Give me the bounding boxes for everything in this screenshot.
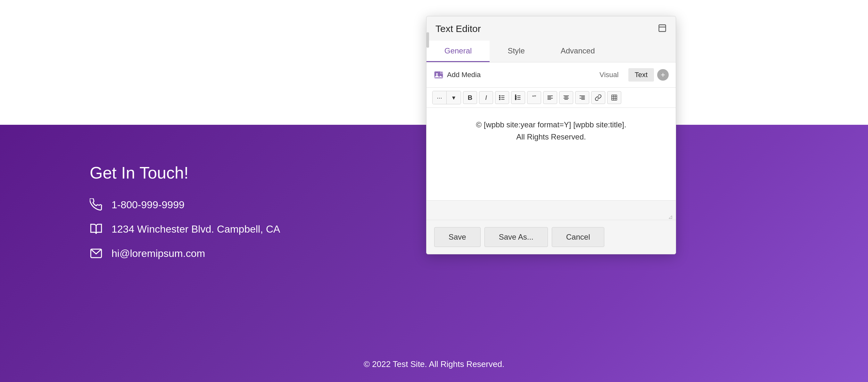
email-text: hi@loremipsum.com [112,248,205,259]
save-button[interactable]: Save [434,227,480,247]
modal-drag-handle[interactable] [427,32,429,48]
visual-view-button[interactable]: Visual [593,68,625,81]
save-as-button[interactable]: Save As... [485,227,548,247]
modal-title: Text Editor [435,23,481,34]
tab-general[interactable]: General [427,41,490,62]
contact-phone-item: 1-800-999-9999 [90,198,280,211]
tab-style[interactable]: Style [490,41,542,62]
svg-point-4 [436,73,438,75]
editor-toolbar: + Add Media Visual Text + [427,62,676,88]
table-button[interactable] [607,91,621,104]
editor-content-line2: All Rights Reserved. [516,133,586,141]
add-media-button[interactable]: + Add Media [434,70,480,80]
format-toolbar: ··· ▾ B I 123 “” [427,88,676,108]
contact-email-item: hi@loremipsum.com [90,247,280,260]
svg-point-12 [499,99,500,100]
tab-advanced[interactable]: Advanced [543,41,613,62]
map-icon [90,223,102,236]
editor-content-line1: © [wpbb site:year format=Y] [wpbb site:t… [476,120,626,129]
cancel-button[interactable]: Cancel [552,227,604,247]
editor-content-area[interactable]: © [wpbb site:year format=Y] [wpbb site:t… [427,108,676,201]
add-media-icon: + [434,70,444,80]
editor-resize-area: ⊿ [427,201,676,220]
align-right-button[interactable] [575,91,589,104]
ordered-list-button[interactable]: 123 [511,91,525,104]
contact-address-item: 1234 Winchester Blvd. Campbell, CA [90,223,280,236]
address-text: 1234 Winchester Blvd. Campbell, CA [112,223,280,235]
editor-tabs: General Style Advanced [427,41,676,62]
svg-text:+: + [441,71,443,74]
text-editor-modal: Text Editor General Style Advanced + Add… [426,16,676,254]
svg-point-11 [499,97,500,98]
text-view-button[interactable]: Text [628,68,654,81]
phone-text: 1-800-999-9999 [112,199,185,211]
add-block-button[interactable]: + [657,69,669,81]
page-footer: © 2022 Test Site. All Rights Reserved. [0,359,868,369]
align-center-button[interactable] [559,91,573,104]
italic-button[interactable]: I [479,91,493,104]
modal-header: Text Editor [427,16,676,41]
resize-handle[interactable]: ⊿ [668,213,673,218]
phone-icon [90,198,102,211]
svg-rect-31 [612,95,617,100]
minimize-icon[interactable] [658,24,667,34]
svg-point-10 [499,95,500,96]
add-media-label: Add Media [447,71,480,79]
more-options-group: ··· ▾ [432,91,461,104]
modal-footer: Save Save As... Cancel [427,220,676,254]
blockquote-button[interactable]: “” [527,91,541,104]
svg-text:3: 3 [515,98,517,100]
contact-title: Get In Touch! [90,163,280,182]
more-options-dropdown[interactable]: ▾ [447,91,461,104]
unordered-list-button[interactable] [495,91,509,104]
contact-section: Get In Touch! 1-800-999-9999 1234 Winche… [90,163,280,271]
view-toggle: Visual Text + [593,68,669,81]
email-icon [90,247,102,260]
footer-text: © 2022 Test Site. All Rights Reserved. [364,359,504,369]
more-options-button[interactable]: ··· [433,91,447,104]
svg-rect-1 [659,25,666,32]
bold-button[interactable]: B [463,91,477,104]
link-button[interactable] [591,91,605,104]
align-left-button[interactable] [543,91,557,104]
